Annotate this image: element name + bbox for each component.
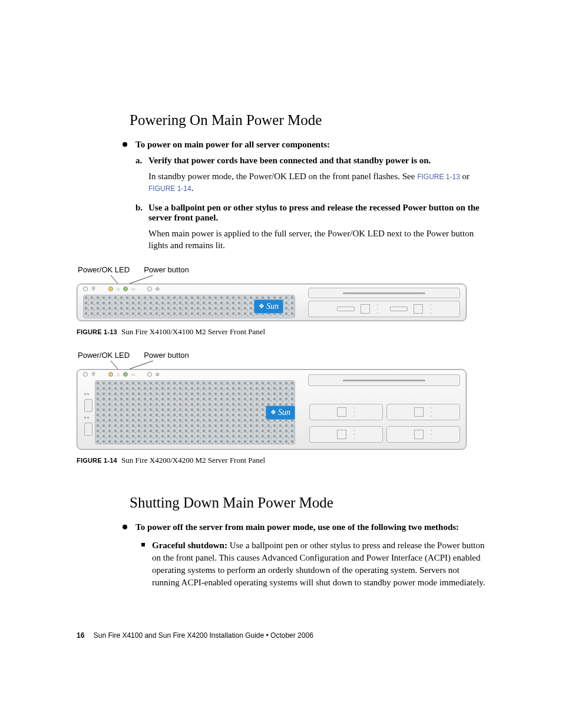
led-strip: ⦿ △ ▭ ⏻ — [83, 286, 160, 291]
led-icon: ▭ — [131, 372, 135, 377]
indicator-dots — [84, 393, 90, 397]
step-marker: a. — [135, 156, 142, 166]
step-heading: Verify that power cords have been connec… — [148, 156, 431, 165]
usb-port-icon — [84, 423, 92, 436]
hard-drive-row: ◦◦◦ ◦◦◦ — [309, 426, 460, 443]
ventilation-grille: Sun — [83, 295, 295, 318]
methods-list: Graceful shutdown: Use a ballpoint pen o… — [141, 539, 485, 589]
step-a: a. Verify that power cords have been con… — [135, 156, 485, 195]
sun-logo-badge: Sun — [254, 299, 283, 314]
step-body: When main power is applied to the full s… — [148, 228, 485, 252]
step-marker: b. — [135, 203, 143, 213]
ventilation-grille: Sun — [95, 380, 295, 444]
svg-line-1 — [130, 275, 153, 284]
led-icon: ⏻ — [156, 286, 160, 291]
fault-led-icon — [108, 286, 113, 291]
optical-drive-bay — [308, 374, 460, 386]
steps-list: a. Verify that power cords have been con… — [135, 156, 485, 251]
shutdown-bullet-list: To power off the server from main power … — [123, 522, 485, 532]
step-body: In standby power mode, the Power/OK LED … — [148, 170, 485, 195]
step-heading: Use a ballpoint pen or other stylus to p… — [148, 203, 480, 222]
led-icon: ⦿ — [91, 372, 95, 377]
figure-caption: FIGURE 1-14 Sun Fire X4200/X4200 M2 Serv… — [77, 456, 485, 465]
led-icon: △ — [117, 286, 120, 291]
page-footer: 16 Sun Fire X4100 and Sun Fire X4200 Ins… — [77, 631, 313, 640]
sun-logo-badge: Sun — [266, 406, 295, 420]
method-label: Graceful shutdown: — [152, 541, 227, 550]
figure-label: FIGURE 1-13 — [77, 328, 117, 335]
figure-caption-text: Sun Fire X4100/X4100 M2 Server Front Pan… — [121, 327, 265, 336]
intro-text: To power on main power for all server co… — [135, 140, 330, 149]
power-button-icon — [147, 372, 152, 377]
locate-led-icon — [83, 286, 88, 291]
callout-power-button: Power button — [144, 351, 189, 360]
fault-led-icon — [108, 372, 113, 377]
server-front-panel-x4200: ⦿ △ ▭ ⏻ Sun ◦◦◦ ◦◦◦ ◦◦◦ ◦◦◦ — [77, 369, 467, 450]
step-body-post: . — [191, 183, 194, 193]
step-b: b. Use a ballpoint pen or other stylus t… — [135, 203, 485, 252]
hard-drive-bay: ◦◦◦ ◦◦◦ — [308, 301, 460, 317]
heading-shutdown: Shutting Down Main Power Mode — [130, 495, 485, 511]
figure-label: FIGURE 1-14 — [77, 457, 117, 464]
shutdown-bullet: To power off the server from main power … — [123, 522, 485, 532]
callout-power-ok-led: Power/OK LED — [78, 351, 130, 360]
figure-caption: FIGURE 1-13 Sun Fire X4100/X4100 M2 Serv… — [77, 327, 485, 337]
hard-drive-bay: ◦◦◦ — [309, 426, 383, 443]
intro-bullet: To power on main power for all server co… — [123, 139, 485, 150]
shutdown-lead: To power off the server from main power … — [135, 522, 459, 532]
step-body-mid: or — [462, 172, 470, 181]
hard-drive-row: ◦◦◦ ◦◦◦ — [309, 404, 460, 420]
step-body-text: In standby power mode, the Power/OK LED … — [148, 172, 417, 181]
hard-drive-bay: ◦◦◦ — [309, 404, 383, 420]
power-ok-led-icon — [123, 286, 128, 291]
locate-led-icon — [83, 372, 88, 377]
callout-leader-lines — [77, 275, 485, 284]
heading-power-on: Powering On Main Power Mode — [130, 112, 485, 129]
figure-callouts: Power/OK LED Power button — [77, 351, 485, 360]
usb-port-icon — [84, 399, 92, 412]
power-button-icon — [147, 286, 152, 291]
hard-drive-bay: ◦◦◦ — [386, 404, 460, 420]
power-ok-led-icon — [123, 372, 128, 377]
figure-callouts: Power/OK LED Power button — [77, 265, 485, 274]
server-front-panel-x4100: ⦿ △ ▭ ⏻ Sun ◦◦◦ ◦◦◦ — [77, 284, 467, 321]
footer-text: Sun Fire X4100 and Sun Fire X4200 Instal… — [94, 631, 313, 640]
figure-xref[interactable]: FIGURE 1-14 — [148, 185, 191, 193]
document-page: Powering On Main Power Mode To power on … — [0, 0, 562, 728]
led-icon: ▭ — [131, 286, 135, 291]
led-icon: ⦿ — [91, 286, 95, 291]
led-strip: ⦿ △ ▭ ⏻ — [83, 372, 160, 377]
indicator-dots — [84, 417, 90, 420]
svg-line-3 — [130, 361, 153, 369]
method-graceful: Graceful shutdown: Use a ballpoint pen o… — [141, 539, 485, 589]
page-number: 16 — [77, 631, 84, 640]
svg-line-2 — [111, 361, 118, 369]
optical-drive-bay — [308, 288, 460, 298]
callout-power-ok-led: Power/OK LED — [78, 265, 130, 274]
led-icon: ⏻ — [156, 372, 160, 377]
hard-drive-bay: ◦◦◦ — [386, 426, 460, 443]
led-icon: △ — [117, 372, 120, 377]
svg-line-0 — [111, 275, 118, 284]
figure-xref[interactable]: FIGURE 1-13 — [417, 173, 460, 181]
callout-power-button: Power button — [144, 265, 189, 274]
figure-caption-text: Sun Fire X4200/X4200 M2 Server Front Pan… — [121, 456, 265, 465]
callout-leader-lines — [77, 361, 485, 369]
intro-bullet-list: To power on main power for all server co… — [123, 139, 485, 150]
